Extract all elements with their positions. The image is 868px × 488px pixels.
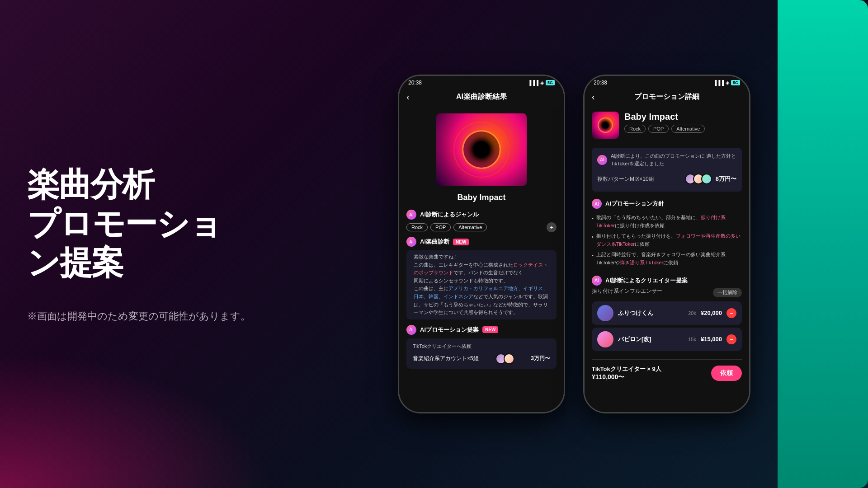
- tiktok-creator-label: TikTokクリエイターへ依頼: [413, 343, 550, 350]
- status-icons-2: ▐▐▐ ◈ 5G: [713, 80, 740, 86]
- creator-section: 振り付け系インフルエンサー 一括解除 ふりつけくん 20k ¥20,000 − …: [585, 287, 749, 357]
- multi-pattern-price: 8万円〜: [716, 175, 736, 183]
- album-art-image: [436, 113, 527, 186]
- ai-icon-genre: AI: [406, 210, 416, 220]
- promo-proposal-header: AI AIプロモーション提案 NEW: [399, 321, 564, 337]
- phone-mockup-2: 20:38 ▐▐▐ ◈ 5G ‹ プロモーション詳細 Baby: [583, 75, 750, 413]
- ai-analysis-box: AI AI診断により、この曲のプロモーションに 適した方針とTikTokerを選…: [592, 148, 742, 192]
- song-title-1: Baby Impact: [399, 193, 564, 202]
- phones-area: 20:38 ▐▐▐ ◈ 5G ‹ AI楽曲診断結果 Baby Impact AI: [280, 66, 868, 422]
- battery-icon-1: 5G: [546, 80, 555, 85]
- promo-genre-pop: POP: [648, 125, 669, 133]
- back-button-1[interactable]: ‹: [406, 92, 410, 102]
- new-badge-promo: NEW: [482, 326, 498, 333]
- promo-genre-rock: Rock: [624, 125, 646, 133]
- music-account-row: 音楽紹介系アカウント×5組 3万円〜: [413, 353, 550, 364]
- music-account-label: 音楽紹介系アカウント×5組: [413, 355, 479, 362]
- tiktok-creator-count: TikTokクリエイター × 9人: [592, 365, 661, 373]
- diagnosis-text-1: 素敵な楽曲ですね！この曲は、エレキギターを中心に構成された: [414, 254, 513, 267]
- section-divider: [592, 359, 742, 360]
- creator-followers-1: 20k: [688, 310, 696, 316]
- ai-icon-policy: AI: [592, 199, 602, 209]
- genre-rock[interactable]: Rock: [406, 223, 428, 231]
- header-title-2: プロモーション詳細: [634, 92, 699, 102]
- remove-creator-1[interactable]: −: [726, 308, 736, 318]
- disclaimer-text: ※画面は開発中のため変更の可能性があります。: [27, 310, 253, 323]
- creator-suggestion-header: AI AI診断によるクリエイター提案: [585, 272, 749, 287]
- ai-diagnosis-section-header: AI AI楽曲診断 NEW: [399, 233, 564, 249]
- phone-mockup-1: 20:38 ▐▐▐ ◈ 5G ‹ AI楽曲診断結果 Baby Impact AI: [398, 75, 565, 413]
- wifi-icon-2: ◈: [726, 80, 729, 86]
- signal-icon-2: ▐▐▐: [713, 80, 724, 85]
- policy-dot-2: •: [592, 233, 594, 241]
- new-badge-diagnosis: NEW: [453, 239, 469, 245]
- creator-price-2: ¥15,000: [701, 336, 722, 343]
- multi-pattern-row: 複数パターンMIX×10組 8万円〜: [597, 171, 736, 187]
- battery-icon-2: 5G: [731, 80, 740, 85]
- main-title: 楽曲分析 プロモーション提案: [27, 165, 253, 282]
- creator-item-2: バビロン[改] 15k ¥15,000 −: [592, 328, 742, 351]
- album-art-1: [436, 113, 527, 186]
- ai-analysis-header: AI AI診断により、この曲のプロモーションに 適した方針とTikTokerを選…: [597, 152, 736, 167]
- left-panel: 楽曲分析 プロモーション提案 ※画面は開発中のため変更の可能性があります。: [0, 129, 280, 359]
- creator-avatar-2: [504, 353, 514, 364]
- genre-pop[interactable]: POP: [430, 223, 451, 231]
- ai-icon-creator: AI: [592, 276, 602, 286]
- promo-album-image: [592, 112, 619, 139]
- policy-dot-3: •: [592, 252, 594, 260]
- promo-album-art: [592, 112, 619, 139]
- policy-link-2: フォロワーや再生産数の多いダンス系TikToker: [596, 233, 741, 247]
- signal-icon-1: ▐▐▐: [528, 80, 538, 85]
- creator-section-header: 振り付け系インフルエンサー 一括解除: [592, 287, 742, 298]
- policy-link-3: 弾き語り系TikToker: [620, 260, 663, 265]
- time-display-2: 20:38: [594, 80, 607, 86]
- promo-genre-alternative: Alternative: [671, 125, 705, 133]
- remove-creator-2[interactable]: −: [726, 334, 736, 344]
- genre-row: Rock POP Alternative +: [399, 221, 564, 233]
- ai-analysis-intro: AI診断により、この曲のプロモーションに 適した方針とTikTokerを選定しま…: [611, 152, 736, 167]
- policy-link-1: 振り付け系TikToker: [596, 215, 726, 228]
- genre-section-header: AI AI診断によるジャンル: [399, 206, 564, 221]
- creator-thumb-2: [597, 331, 613, 347]
- policy-text-1: 歌詞の「もう辞めちゃいたい」部分を基軸に、振り付け系TikTokerに振り付け作…: [596, 214, 742, 230]
- phone-header-1: ‹ AI楽曲診断結果: [399, 88, 564, 106]
- diagnosis-text-box: 素敵な楽曲ですね！この曲は、エレキギターを中心に構成されたロックテイストのポップ…: [406, 250, 557, 319]
- creator-price-1: ¥20,000: [701, 310, 722, 316]
- main-container: 楽曲分析 プロモーション提案 ※画面は開発中のため変更の可能性があります。 20…: [0, 0, 868, 488]
- genre-tags: Rock POP Alternative: [399, 221, 494, 233]
- multi-pattern-avatars: [685, 174, 712, 184]
- creator-suggestion-label: AI診断によるクリエイター提案: [605, 277, 688, 285]
- genre-section-label: AI診断によるジャンル: [420, 211, 479, 219]
- dismiss-button[interactable]: 一括解除: [713, 288, 742, 297]
- policy-item-3: • 上記と同時並行で、音楽好きフォロワーの多い楽曲紹介系TikTokerや弾き語…: [592, 249, 742, 268]
- promo-detail-header: Baby Impact Rock POP Alternative: [585, 106, 749, 144]
- back-button-2[interactable]: ‹: [592, 92, 595, 102]
- total-price: ¥110,000〜: [592, 373, 661, 381]
- status-bar-2: 20:38 ▐▐▐ ◈ 5G: [585, 76, 749, 88]
- request-button[interactable]: 依頼: [711, 366, 742, 381]
- creator-item-1: ふりつけくん 20k ¥20,000 −: [592, 301, 742, 325]
- genre-alternative[interactable]: Alternative: [453, 223, 487, 231]
- policy-text-2: 振り付けしてもらった振り付けを、フォロワーや再生産数の多いダンス系TikToke…: [596, 232, 742, 248]
- policy-item-1: • 歌詞の「もう辞めちゃいたい」部分を基軸に、振り付け系TikTokerに振り付…: [592, 212, 742, 231]
- creator-name-1: ふりつけくん: [618, 309, 684, 317]
- time-display-1: 20:38: [408, 80, 422, 86]
- title-line1: 楽曲分析: [27, 166, 154, 202]
- status-icons-1: ▐▐▐ ◈ 5G: [528, 80, 555, 86]
- promo-box-1: TikTokクリエイターへ依頼 音楽紹介系アカウント×5組 3万円〜: [406, 338, 557, 369]
- title-line2: プロモーション提案: [27, 206, 222, 281]
- multi-avatar-3: [701, 174, 712, 184]
- ai-diagnosis-label: AI楽曲診断: [420, 238, 449, 246]
- music-account-price: 3万円〜: [531, 355, 550, 362]
- creator-thumb-1: [597, 305, 613, 321]
- add-genre-button[interactable]: +: [547, 222, 557, 232]
- music-account-text: 音楽紹介系アカウント×5組: [413, 355, 479, 362]
- ai-policy-list: • 歌詞の「もう辞めちゃいたい」部分を基軸に、振り付け系TikTokerに振り付…: [585, 211, 749, 272]
- creator-name-2: バビロン[改]: [618, 335, 684, 343]
- tiktok-creator-row: TikTokクリエイター × 9人 ¥110,000〜 依頼: [585, 361, 749, 383]
- tiktok-creator-info: TikTokクリエイター × 9人 ¥110,000〜: [592, 365, 661, 381]
- ai-policy-label: AIプロモーション方針: [605, 200, 664, 208]
- status-bar-1: 20:38 ▐▐▐ ◈ 5G: [399, 76, 564, 88]
- influencer-type-label: 振り付け系インフルエンサー: [592, 287, 662, 295]
- creator-avatars: [495, 353, 514, 364]
